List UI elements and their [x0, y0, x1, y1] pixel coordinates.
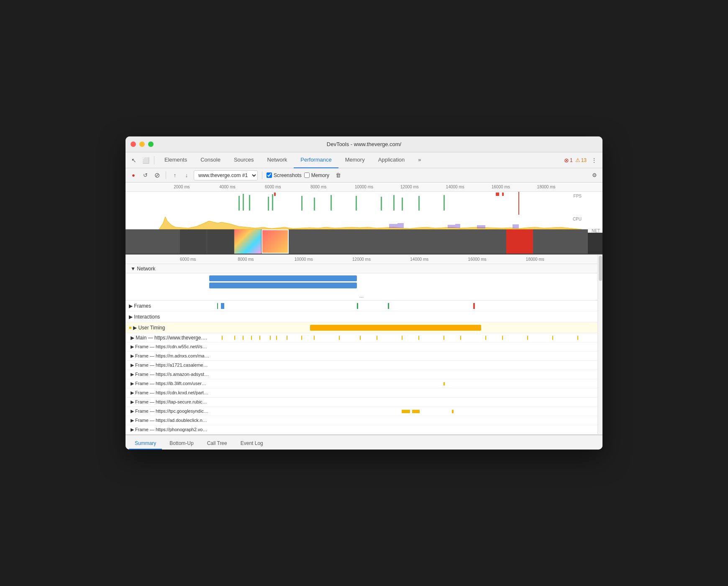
tab-network[interactable]: Network — [261, 152, 294, 168]
minimize-button[interactable] — [139, 141, 145, 147]
traffic-lights — [131, 141, 154, 147]
frame-row-0[interactable]: ▶ Frame — https://cdn.w55c.net/i/s_0RB7U… — [126, 342, 597, 352]
fps-cpu-net-area: FPS CPU NET — [126, 192, 602, 229]
screenshot-8[interactable] — [343, 229, 370, 254]
tick2-6000: 6000 ms — [159, 257, 217, 262]
trash-button[interactable]: 🗑 — [333, 171, 343, 180]
download-button[interactable]: ↓ — [182, 171, 191, 180]
frame-row-6[interactable]: ▶ Frame — https://tap-secure.rubiconproj… — [126, 398, 597, 407]
bottom-tab-eventlog[interactable]: Event Log — [235, 438, 269, 450]
cursor-tool-button[interactable]: ↖ — [129, 155, 139, 165]
tab-memory[interactable]: Memory — [338, 152, 372, 168]
screenshots-checkbox-group[interactable]: Screenshots — [267, 172, 302, 178]
maximize-button[interactable] — [148, 141, 154, 147]
settings-button[interactable]: ⚙ — [590, 171, 599, 180]
bottom-tab-summary[interactable]: Summary — [129, 438, 162, 450]
frame-row-2[interactable]: ▶ Frame — https://a1721.casalemedia.com/… — [126, 361, 597, 370]
screenshot-15[interactable] — [533, 229, 561, 254]
upload-button[interactable]: ↑ — [170, 171, 179, 180]
memory-checkbox[interactable] — [304, 172, 310, 178]
screenshot-4[interactable] — [234, 229, 261, 254]
tick-2000: 2000 ms — [159, 185, 205, 189]
svg-rect-25 — [222, 336, 223, 340]
interactions-row[interactable]: ▶ Interactions — [126, 311, 597, 322]
perf-divider — [166, 172, 166, 179]
tick-4000: 4000 ms — [205, 185, 250, 189]
tick-10000: 10000 ms — [341, 185, 387, 189]
screenshot-14[interactable] — [506, 229, 533, 254]
tab-application[interactable]: Application — [372, 152, 412, 168]
close-button[interactable] — [131, 141, 136, 147]
bottom-tab-calltree[interactable]: Call Tree — [201, 438, 233, 450]
screenshot-3[interactable] — [207, 229, 234, 254]
bottom-tab-bottomup[interactable]: Bottom-Up — [164, 438, 199, 450]
screenshot-11[interactable] — [425, 229, 452, 254]
interactions-label: ▶ Interactions — [126, 314, 209, 320]
frame-svg-4 — [209, 379, 597, 388]
frame-content-6 — [209, 398, 597, 406]
svg-rect-38 — [402, 336, 402, 340]
user-timing-row[interactable]: ■ ▶ User Timing — [126, 322, 597, 333]
frame-content-1 — [209, 352, 597, 360]
main-track-label: ▶ Main — https://www.theverge.com/ — [126, 335, 209, 341]
tab-elements[interactable]: Elements — [158, 152, 194, 168]
scrollbar-track[interactable] — [597, 255, 602, 434]
frame-content-3 — [209, 370, 597, 379]
screenshot-12[interactable] — [452, 229, 479, 254]
ruler-ticks2: 6000 ms 8000 ms 10000 ms 12000 ms 14000 … — [159, 257, 564, 262]
svg-rect-5 — [301, 196, 302, 211]
screenshots-strip — [126, 229, 602, 254]
ellipsis-row: ... — [126, 292, 597, 300]
frame-content-0 — [209, 342, 597, 351]
tick-14000: 14000 ms — [432, 185, 478, 189]
frame-row-9[interactable]: ▶ Frame — https://phonograph2.voxmedia.c… — [126, 425, 597, 434]
network-header[interactable]: ▼ Network — [126, 264, 597, 273]
reload-record-button[interactable]: ↺ — [141, 171, 150, 180]
device-toolbar-button[interactable]: ⬜ — [141, 155, 151, 165]
svg-rect-14 — [274, 193, 276, 196]
svg-rect-46 — [577, 336, 578, 340]
frames-row[interactable]: ▶ Frames — [126, 301, 597, 311]
more-options-button[interactable]: ⋮ — [589, 155, 599, 165]
svg-rect-34 — [314, 336, 315, 340]
frame-row-1[interactable]: ▶ Frame — https://m.adnxs.com/mapuid?mem… — [126, 352, 597, 361]
tab-sources[interactable]: Sources — [227, 152, 261, 168]
user-timing-bar — [310, 325, 481, 331]
tick2-14000: 14000 ms — [390, 257, 448, 262]
frame-row-3[interactable]: ▶ Frame — https://s.amazon-adsystem.com/… — [126, 370, 597, 379]
screenshot-16[interactable] — [561, 229, 588, 254]
svg-rect-32 — [287, 336, 287, 340]
screenshot-6[interactable] — [289, 229, 316, 254]
frame-label-5: ▶ Frame — https://cdn.krxd.net/partnerjs… — [126, 390, 209, 396]
scrollbar-thumb[interactable] — [599, 256, 602, 281]
frame-row-5[interactable]: ▶ Frame — https://cdn.krxd.net/partnerjs… — [126, 388, 597, 398]
url-select[interactable]: www.theverge.com #1 — [194, 170, 258, 180]
frame-content-9 — [209, 425, 597, 434]
network-bars-content — [209, 273, 597, 292]
screenshot-13[interactable] — [479, 229, 506, 254]
screenshot-0[interactable] — [126, 229, 153, 254]
svg-rect-0 — [238, 196, 240, 211]
frames-label: ▶ Frames — [126, 303, 209, 309]
perf-divider2 — [262, 172, 262, 179]
tab-more[interactable]: » — [411, 152, 428, 168]
user-timing-label: ■ ▶ User Timing — [126, 325, 209, 331]
frame-row-4[interactable]: ▶ Frame — https://ib.3lift.com/userSync.… — [126, 379, 597, 388]
screenshot-7[interactable] — [316, 229, 343, 254]
main-track-row[interactable]: ▶ Main — https://www.theverge.com/ — [126, 333, 597, 342]
screenshot-9[interactable] — [370, 229, 397, 254]
screenshot-5[interactable] — [261, 229, 289, 254]
clear-button[interactable]: ⊘ — [152, 171, 161, 180]
tab-performance[interactable]: Performance — [294, 152, 338, 168]
screenshot-10[interactable] — [397, 229, 425, 254]
frame-row-7[interactable]: ▶ Frame — https://tpc.googlesyndication.… — [126, 407, 597, 416]
tab-console[interactable]: Console — [194, 152, 227, 168]
record-button[interactable]: ● — [129, 171, 138, 180]
screenshot-1[interactable] — [153, 229, 180, 254]
network-bars-area — [126, 273, 597, 292]
screenshot-2[interactable] — [180, 229, 207, 254]
frame-row-8[interactable]: ▶ Frame — https://ad.doubleclick.net/ddm… — [126, 416, 597, 425]
warning-badge: ⚠ 13 — [575, 157, 587, 163]
memory-checkbox-group[interactable]: Memory — [304, 172, 329, 178]
screenshots-checkbox[interactable] — [267, 172, 272, 178]
